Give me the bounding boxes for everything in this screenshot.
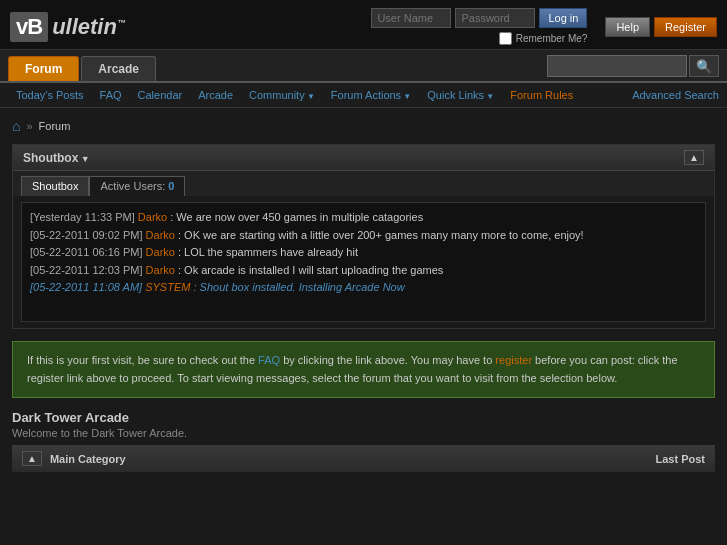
nav-tabs: Forum Arcade 🔍: [0, 50, 727, 83]
sub-nav-quick-links[interactable]: Quick Links: [419, 87, 502, 103]
breadcrumb-current: Forum: [39, 120, 71, 132]
shout-time-1: [Yesterday 11:33 PM]: [30, 211, 135, 223]
breadcrumb: ⌂ » Forum: [12, 118, 715, 134]
remember-me-row: Remember Me?: [499, 32, 588, 45]
welcome-text-2: by clicking the link above. You may have…: [280, 354, 495, 366]
shoutbox-header: Shoutbox ▲: [13, 145, 714, 171]
shoutbox-toggle-btn[interactable]: ▲: [684, 150, 704, 165]
active-users-label: Active Users:: [100, 180, 165, 192]
category-scroll-btn[interactable]: ▲: [22, 451, 42, 466]
active-users-count: 0: [168, 180, 174, 192]
shoutbox-tabs: Shoutbox Active Users: 0: [13, 171, 714, 196]
remember-me-label: Remember Me?: [516, 33, 588, 44]
password-input[interactable]: [455, 8, 535, 28]
shout-text-2: : OK we are starting with a little over …: [178, 229, 584, 241]
shoutbox-messages: [Yesterday 11:33 PM] Darko : We are now …: [21, 202, 706, 322]
sub-nav-calendar[interactable]: Calendar: [130, 87, 191, 103]
nav-search-input[interactable]: [547, 55, 687, 77]
shout-user-3: Darko: [146, 246, 175, 258]
forum-title-block: Dark Tower Arcade Welcome to the Dark To…: [12, 410, 715, 439]
header-right: Log in Remember Me?: [371, 8, 587, 45]
category-header: ▲ Main Category Last Post: [12, 445, 715, 472]
shout-text-4: : Ok arcade is installed I will start up…: [178, 264, 443, 276]
shoutbox-title: Shoutbox: [23, 151, 90, 165]
sub-nav-forum-rules[interactable]: Forum Rules: [502, 87, 581, 103]
header: vB ulletin™ Log in Remember Me? Help Reg…: [0, 0, 727, 50]
shout-time-3: [05-22-2011 06:16 PM]: [30, 246, 143, 258]
sub-nav-faq[interactable]: FAQ: [92, 87, 130, 103]
logo-trademark: ™: [117, 17, 126, 27]
home-icon[interactable]: ⌂: [12, 118, 20, 134]
search-button[interactable]: 🔍: [689, 55, 719, 77]
shout-user-1: Darko: [138, 211, 167, 223]
shout-time-5: [05-22-2011 11:08 AM]: [30, 281, 142, 293]
faq-link[interactable]: FAQ: [258, 354, 280, 366]
register-button[interactable]: Register: [654, 17, 717, 37]
sub-nav-todays-posts[interactable]: Today's Posts: [8, 87, 92, 103]
register-link[interactable]: register: [495, 354, 532, 366]
sub-nav-arcade[interactable]: Arcade: [190, 87, 241, 103]
shoutbox-tab-messages[interactable]: Shoutbox: [21, 176, 89, 196]
tab-arcade[interactable]: Arcade: [81, 56, 156, 81]
logo-text: ulletin™: [52, 14, 126, 40]
shoutbox-container: Shoutbox ▲ Shoutbox Active Users: 0 [Yes…: [12, 144, 715, 329]
shout-user-4: Darko: [146, 264, 175, 276]
main-content: ⌂ » Forum Shoutbox ▲ Shoutbox Active Use…: [0, 108, 727, 482]
shout-line-1: [Yesterday 11:33 PM] Darko : We are now …: [30, 209, 697, 227]
nav-search-area: 🔍: [547, 55, 719, 81]
remember-me-checkbox[interactable]: [499, 32, 512, 45]
welcome-box: If this is your first visit, be sure to …: [12, 341, 715, 398]
logo: vB ulletin™: [10, 12, 126, 42]
shout-time-4: [05-22-2011 12:03 PM]: [30, 264, 143, 276]
tab-forum[interactable]: Forum: [8, 56, 79, 81]
sub-nav-community[interactable]: Community: [241, 87, 323, 103]
sub-nav: Today's Posts FAQ Calendar Arcade Commun…: [0, 83, 727, 108]
shout-user-2: Darko: [146, 229, 175, 241]
logo-icon: vB: [10, 12, 48, 42]
forum-subtitle: Welcome to the Dark Tower Arcade.: [12, 427, 715, 439]
login-button[interactable]: Log in: [539, 8, 587, 28]
shout-user-5: SYSTEM: [145, 281, 190, 293]
shout-line-4: [05-22-2011 12:03 PM] Darko : Ok arcade …: [30, 262, 697, 280]
category-header-label-lastpost: Last Post: [655, 453, 705, 465]
shout-text-5: : Shout box installed. Installing Arcade…: [193, 281, 404, 293]
welcome-text-1: If this is your first visit, be sure to …: [27, 354, 258, 366]
advanced-search-link[interactable]: Advanced Search: [632, 89, 719, 101]
login-row: Log in: [371, 8, 587, 28]
top-buttons: Help Register: [605, 17, 717, 37]
forum-main-title: Dark Tower Arcade: [12, 410, 715, 425]
username-input[interactable]: [371, 8, 451, 28]
shoutbox-tab-active-users[interactable]: Active Users: 0: [89, 176, 185, 196]
help-button[interactable]: Help: [605, 17, 650, 37]
shout-line-3: [05-22-2011 06:16 PM] Darko : LOL the sp…: [30, 244, 697, 262]
shout-line-5: [05-22-2011 11:08 AM] SYSTEM : Shout box…: [30, 279, 697, 297]
breadcrumb-separator: »: [26, 120, 32, 132]
category-header-label-main: Main Category: [50, 453, 126, 465]
sub-nav-forum-actions[interactable]: Forum Actions: [323, 87, 419, 103]
shout-text-3: : LOL the spammers have already hit: [178, 246, 358, 258]
shout-text-1: : We are now over 450 games in multiple …: [170, 211, 423, 223]
shout-time-2: [05-22-2011 09:02 PM]: [30, 229, 143, 241]
shout-line-2: [05-22-2011 09:02 PM] Darko : OK we are …: [30, 227, 697, 245]
